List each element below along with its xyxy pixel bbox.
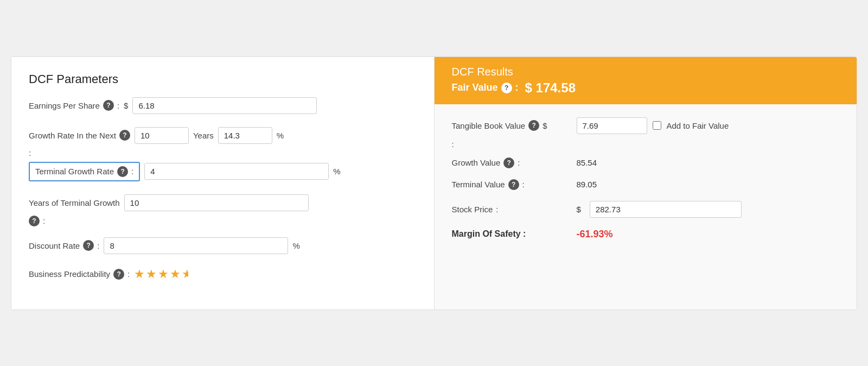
stars-container: ★ ★ ★ ★ ★	[134, 267, 188, 281]
terminal-growth-rate-label: Terminal Growth Rate ? :	[35, 166, 133, 177]
growth-value-row: Growth Value ? : 85.54	[452, 157, 840, 168]
years-label: Years	[193, 131, 214, 140]
star-1[interactable]: ★	[134, 267, 145, 281]
terminal-value-label: Terminal Value ? :	[452, 179, 571, 190]
growth-rate-years-input[interactable]	[135, 127, 189, 144]
margin-of-safety-value: -61.93%	[577, 229, 613, 240]
margin-of-safety-row: Margin Of Safety : -61.93%	[452, 229, 840, 240]
terminal-value-amount: 89.05	[577, 180, 597, 189]
margin-of-safety-label: Margin Of Safety :	[452, 229, 571, 239]
main-container: DCF Parameters Earnings Per Share ? : $ …	[11, 56, 857, 310]
growth-rate-percent-symbol: %	[277, 131, 284, 140]
fair-value-amount: $ 174.58	[525, 80, 576, 96]
discount-rate-percent-symbol: %	[292, 241, 299, 250]
growth-rate-colon: :	[29, 148, 417, 157]
earnings-per-share-input[interactable]	[132, 97, 317, 114]
business-predictability-row: Business Predictability ? : ★ ★ ★ ★ ★	[29, 267, 417, 281]
tangible-book-value-row: Tangible Book Value ? $ Add to Fair Valu…	[452, 117, 840, 134]
discount-rate-input[interactable]	[104, 237, 288, 254]
tangible-book-value-input[interactable]	[577, 117, 647, 134]
growth-value-help-icon[interactable]: ?	[503, 157, 514, 168]
earnings-currency: $	[124, 101, 128, 110]
years-terminal-help-icon[interactable]: ?	[29, 216, 40, 226]
stock-price-input[interactable]	[590, 201, 742, 218]
add-to-fair-value-label: Add to Fair Value	[667, 121, 729, 130]
right-panel: DCF Results Fair Value ? : $ 174.58 Tang…	[435, 57, 857, 310]
business-predictability-help-icon[interactable]: ?	[113, 269, 124, 280]
terminal-value-help-icon[interactable]: ?	[508, 179, 519, 190]
business-predictability-label: Business Predictability ? :	[29, 269, 130, 280]
terminal-growth-rate-label-box: Terminal Growth Rate ? :	[29, 162, 140, 181]
add-to-fair-value-checkbox[interactable]	[653, 121, 661, 130]
discount-rate-row: Discount Rate ? : %	[29, 237, 417, 254]
dcf-results-header: DCF Results Fair Value ? : $ 174.58	[435, 57, 857, 104]
terminal-growth-rate-row: Terminal Growth Rate ? : %	[29, 162, 417, 181]
stock-price-row: Stock Price : $	[452, 201, 840, 218]
growth-value-label: Growth Value ? :	[452, 157, 571, 168]
earnings-help-icon[interactable]: ?	[103, 100, 114, 111]
years-terminal-growth-row: Years of Terminal Growth	[29, 194, 417, 211]
earnings-per-share-row: Earnings Per Share ? : $	[29, 97, 417, 114]
discount-rate-label: Discount Rate ? :	[29, 240, 99, 251]
star-2[interactable]: ★	[146, 267, 157, 281]
stock-price-label: Stock Price :	[452, 205, 571, 214]
terminal-growth-rate-input[interactable]	[144, 163, 329, 180]
terminal-value-row: Terminal Value ? : 89.05	[452, 179, 840, 190]
years-terminal-growth-label: Years of Terminal Growth	[29, 198, 120, 207]
terminal-growth-help-icon[interactable]: ?	[117, 166, 128, 177]
years-terminal-growth-input[interactable]	[124, 194, 309, 211]
left-panel: DCF Parameters Earnings Per Share ? : $ …	[11, 57, 435, 310]
growth-rate-help-icon[interactable]: ?	[119, 130, 130, 141]
growth-rate-label: Growth Rate In the Next ?	[29, 130, 130, 141]
years-terminal-colon: :	[43, 216, 45, 225]
fair-value-row: Fair Value ? : $ 174.58	[452, 80, 840, 96]
tangible-colon: :	[452, 140, 840, 149]
fair-value-label: Fair Value ? :	[452, 82, 519, 93]
growth-value-amount: 85.54	[577, 158, 597, 167]
star-4[interactable]: ★	[170, 267, 181, 281]
discount-rate-help-icon[interactable]: ?	[83, 240, 94, 251]
star-3[interactable]: ★	[158, 267, 169, 281]
growth-rate-percent-input[interactable]	[218, 127, 272, 144]
dcf-results-title: DCF Results	[452, 66, 840, 78]
fair-value-help-icon[interactable]: ?	[501, 83, 512, 93]
terminal-growth-percent-symbol: %	[333, 167, 340, 176]
star-5-half[interactable]: ★	[182, 267, 188, 281]
growth-rate-row: Growth Rate In the Next ? Years %	[29, 127, 417, 144]
stock-price-currency: $	[577, 205, 581, 214]
tangible-book-help-icon[interactable]: ?	[528, 120, 539, 131]
earnings-per-share-label: Earnings Per Share ? :	[29, 100, 119, 111]
tangible-book-value-label: Tangible Book Value ? $	[452, 120, 571, 131]
dcf-parameters-title: DCF Parameters	[29, 72, 417, 86]
